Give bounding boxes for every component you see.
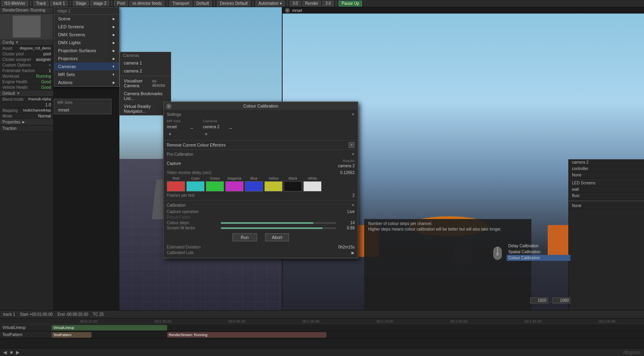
ruler-mark-0: 00:0:15.00 [80, 319, 98, 323]
capture-col: Capture [167, 161, 181, 166]
vx-director-btn[interactable]: vx-director feeds [129, 1, 164, 6]
asset-thumbnail [0, 14, 53, 39]
pre-cal-header[interactable]: Pre-Calibration ▼ [167, 151, 355, 157]
cal-header[interactable]: Calibration ▼ [167, 202, 355, 208]
cameras-add-btn[interactable]: + [203, 131, 220, 137]
settings-content: MR Sets mrset + − Cameras camera 2 + − [167, 117, 355, 139]
screen-fill-label: Screen fill factor [167, 226, 219, 230]
camera-bookmarks-item[interactable]: Camera Bookmarks List... [120, 90, 171, 102]
virtual-lineup-block[interactable]: VirtualLineup [52, 325, 167, 331]
colour-cal-item[interactable]: Colour Calibration [507, 255, 570, 261]
play-btn[interactable]: ◀ [3, 350, 7, 355]
cameras-remove-btn[interactable]: − [227, 125, 234, 131]
capture-operation-row: Capture operation Live [167, 209, 355, 214]
screen-fill-fill [221, 227, 322, 229]
stage2-btn[interactable]: stage 2 [90, 1, 109, 6]
stage-menu-btn[interactable]: Stage [73, 1, 89, 6]
mrset-item[interactable]: mrset [54, 106, 111, 114]
render-val-btn[interactable]: 3.0 [290, 1, 301, 6]
camera2-item[interactable]: camera 2 [120, 67, 171, 75]
track-info-bar: track 1 Start +00:01:00.00 End -00:08:20… [0, 311, 644, 319]
visualiser-camera-item[interactable]: Visualiser Camera vx-director [120, 77, 171, 90]
width-input[interactable] [530, 297, 548, 303]
mr-sets-minus: − [189, 125, 195, 131]
render-val2-btn[interactable]: 3.0 [322, 1, 334, 6]
pre-cal-content: Capture Results camera 2 [167, 157, 355, 170]
remove-effects-btn[interactable]: × [349, 142, 355, 148]
cameras-col-label: Cameras [203, 119, 220, 123]
mr-sets-col-value: mrset [167, 125, 181, 129]
dmx-lights-arrow: ▶ [113, 41, 115, 45]
rsp-sep2 [569, 201, 644, 201]
delay-cal-item[interactable]: Delay Calibration [507, 243, 570, 249]
timeline: track 1 Start +00:01:00.00 End -00:08:20… [0, 310, 644, 356]
action-buttons: Run Abort [167, 231, 355, 244]
abort-btn[interactable]: Abort [265, 233, 289, 241]
virtual-lineup-content[interactable]: VirtualLineup [52, 324, 644, 331]
menu-projection[interactable]: Projection Surfaces ▶ [54, 47, 119, 55]
camera1-item[interactable]: camera 1 [120, 59, 171, 67]
config-section[interactable]: Config ▼ [0, 39, 53, 46]
render-label-btn[interactable]: Render [302, 1, 321, 6]
app-menu-btn[interactable]: f10-WebVer [2, 1, 28, 6]
menu-actions[interactable]: Actions ▶ [54, 78, 119, 86]
results-col: Results camera 2 [338, 159, 355, 168]
track1-btn[interactable]: track 1 [50, 1, 68, 6]
testpattern-content[interactable]: TestPattern RenderStream: Running [52, 331, 644, 338]
ruler-mark-6: 00:1:45.00 [525, 319, 542, 323]
cameras-minus: − [227, 125, 234, 131]
sep6 [253, 1, 253, 6]
transport-btn[interactable]: Transport [170, 1, 192, 6]
video-delay-label: Video receive delay (sec) [167, 170, 211, 175]
swatch-cyan: Cyan [186, 176, 205, 192]
blend-value-row: 1.0 [0, 102, 53, 108]
ruler-mark-5: 00:1:30.00 [451, 319, 468, 323]
ruler-mark-4: 00:1:15.00 [377, 319, 394, 323]
stop-btn[interactable]: ■ [10, 350, 13, 355]
sep2 [70, 1, 70, 6]
custom-options-row[interactable]: Custom Options + [0, 63, 53, 68]
mr-sets-add-btn[interactable]: + [167, 131, 181, 137]
default-section[interactable]: Default ▼ [0, 90, 53, 97]
properties-section[interactable]: Properties ▶ [0, 119, 53, 125]
mr-sets-remove-btn[interactable]: − [189, 125, 195, 131]
spatial-cal-item[interactable]: Spatial Calibration [507, 249, 570, 255]
renderstream-block[interactable]: RenderStream: Running [167, 332, 326, 338]
ruler-mark-2: 00:0:45.00 [228, 319, 246, 323]
colour-steps-value: 14 [339, 221, 355, 225]
devices-btn[interactable]: Devices Default [217, 1, 250, 6]
mr-sets-arrow: ▼ [112, 73, 115, 76]
track-menu-btn[interactable]: Track [33, 1, 49, 6]
colour-cal-close-btn[interactable]: × [166, 104, 172, 109]
settings-header[interactable]: Settings ▼ [167, 111, 355, 117]
run-btn[interactable]: Run [232, 233, 257, 241]
menu-dmx-lights[interactable]: DMX Lights ▶ [54, 39, 119, 47]
menu-projectors[interactable]: Projectors ▶ [54, 55, 119, 63]
default-btn[interactable]: Default [194, 1, 212, 6]
pool-menu-btn[interactable]: Pool [114, 1, 128, 6]
menu-led-screens[interactable]: LED Screens ▶ [54, 23, 119, 31]
pause-btn[interactable]: Pause Up [339, 1, 362, 6]
play-fwd-btn[interactable]: ▶ [16, 350, 20, 355]
calibrated-luts-row[interactable]: Calibrated Luts ▶ [167, 250, 355, 255]
asset-row: Asset disguise_r18_demo [0, 46, 53, 51]
left-panel: RenderStream: Running Config ▼ Asset dis… [0, 7, 54, 310]
automation-btn[interactable]: Automation ▾ [256, 1, 284, 6]
projectors-arrow: ▶ [113, 57, 115, 61]
sep3 [111, 1, 112, 6]
engine-health-row: Engine Health Good [0, 79, 53, 85]
menu-dmx-screens[interactable]: DMX Screens ▶ [54, 31, 119, 39]
viewport-close-btn[interactable]: × [285, 8, 290, 13]
cam-sep1 [120, 76, 171, 76]
svg-point-2 [496, 252, 499, 256]
dimension-fields: , [530, 297, 570, 303]
results-label: Results [338, 159, 355, 163]
colour-steps-row: Colour steps 14 [167, 221, 355, 225]
remove-row: Remove Current Colour Effectors × [164, 141, 358, 150]
height-input[interactable] [552, 297, 570, 303]
testpattern-block[interactable]: TestPattern [52, 332, 92, 338]
menu-cameras[interactable]: Cameras ▼ [54, 63, 119, 70]
menu-mr-sets[interactable]: MR Sets ▼ [54, 70, 119, 78]
menu-scene[interactable]: Scene ▶ [54, 15, 119, 23]
workload-row: Workload Running [0, 74, 53, 79]
